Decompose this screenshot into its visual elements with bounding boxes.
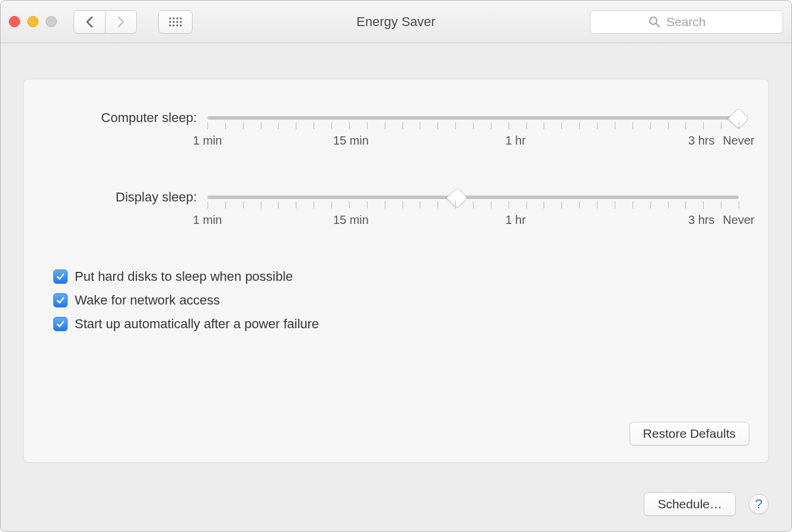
slider-tick [721,201,721,209]
display-sleep-slider-area: 1 min15 min1 hr3 hrsNever [207,190,739,227]
slider-tick [615,201,615,209]
slider-tick-label: Never [723,134,754,148]
slider-tick [331,201,332,209]
slider-tick-label: 1 hr [505,213,525,227]
slider-tick [509,201,509,209]
slider-tick [420,122,420,129]
search-input[interactable] [665,14,724,30]
slider-tick [561,201,562,209]
minimize-window-button[interactable] [27,16,39,27]
grid-icon [168,17,183,27]
slider-tick [385,122,385,129]
slider-tick [278,122,279,129]
slider-tick [491,201,491,209]
checkmark-icon [56,319,65,329]
show-all-button[interactable] [158,10,193,34]
svg-point-4 [169,21,171,23]
slider-tick [207,201,208,209]
slider-tick [367,122,368,129]
svg-point-10 [176,24,178,26]
computer-sleep-slider[interactable] [207,116,739,120]
svg-point-0 [169,17,171,19]
slider-tick [579,122,580,129]
slider-tick-labels: 1 min15 min1 hr3 hrsNever [207,134,739,148]
checkbox-row: Wake for network access [53,293,739,308]
display-sleep-label: Display sleep: [53,190,207,205]
display-sleep-row: Display sleep: 1 min15 min1 hr3 hrsNever [53,190,739,227]
checkbox-row: Put hard disks to sleep when possible [53,269,739,284]
checkbox[interactable] [53,270,68,284]
slider-tick [685,122,686,129]
svg-line-13 [656,24,659,27]
slider-tick [243,122,244,129]
slider-tick [633,122,633,129]
display-sleep-slider[interactable] [207,196,739,199]
slider-tick [261,201,261,209]
slider-tick [278,201,279,209]
slider-tick [296,201,296,209]
svg-point-11 [180,24,181,26]
slider-tick-label: 15 min [333,134,369,148]
slider-tick [509,122,509,129]
slider-tick [703,122,704,129]
slider-tick [455,201,456,209]
back-button[interactable] [74,10,106,34]
slider-tick [225,122,226,129]
help-icon: ? [755,496,762,512]
slider-tick [739,122,739,129]
restore-defaults-button[interactable]: Restore Defaults [630,422,749,446]
checkmark-icon [56,296,65,305]
titlebar: Energy Saver [1,1,791,43]
slider-tick [473,201,474,209]
slider-tick [455,122,456,129]
slider-tick [721,122,721,129]
slider-tick [331,122,332,129]
svg-point-2 [176,17,178,19]
slider-tick-label: 1 min [193,213,222,227]
slider-tick-labels: 1 min15 min1 hr3 hrsNever [207,213,739,227]
slider-tick [349,201,350,209]
slider-tick-label: 3 hrs [688,213,714,227]
slider-tick [349,122,350,129]
svg-point-1 [173,17,174,19]
svg-point-12 [650,17,657,24]
checkbox-label: Put hard disks to sleep when possible [75,269,293,284]
slider-tick [633,201,633,209]
footer-row: Schedule… ? [644,492,769,516]
search-field[interactable] [590,10,783,34]
slider-tick [403,201,403,209]
slider-tick [650,201,651,209]
search-icon [649,16,660,28]
checkbox-row: Start up automatically after a power fai… [53,316,739,332]
chevron-left-icon [85,16,94,28]
svg-point-3 [180,17,181,19]
chevron-right-icon [117,16,125,28]
slider-tick [544,201,544,209]
zoom-window-button[interactable] [46,16,57,27]
nav-buttons [74,10,137,34]
slider-tick-label: Never [723,213,754,227]
checkbox-list: Put hard disks to sleep when possibleWak… [53,269,739,332]
slider-tick-label: 3 hrs [688,134,714,148]
slider-tick [261,122,261,129]
slider-tick [739,201,739,209]
help-button[interactable]: ? [749,494,769,514]
slider-tick [420,201,420,209]
checkbox[interactable] [53,317,68,331]
checkbox[interactable] [53,293,68,307]
close-window-button[interactable] [9,16,20,27]
slider-tick [526,201,527,209]
slider-tick [314,201,314,209]
schedule-button[interactable]: Schedule… [644,492,736,516]
forward-button[interactable] [105,10,137,34]
svg-point-5 [173,21,174,23]
slider-tick [314,122,314,129]
svg-point-7 [180,21,181,23]
slider-tick [597,201,598,209]
window-controls [9,16,57,27]
slider-tick [473,122,474,129]
slider-tick [615,122,615,129]
slider-tick [685,201,686,209]
checkmark-icon [56,272,65,281]
slider-tick [207,122,208,129]
